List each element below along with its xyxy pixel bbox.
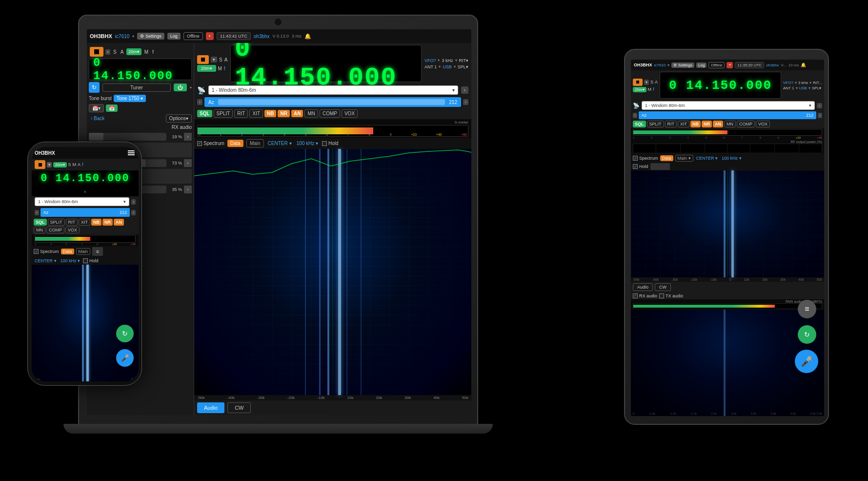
band-selector[interactable]: 20m▾	[126, 48, 141, 55]
phone-az-expand[interactable]: ›	[131, 210, 136, 215]
cw-tab[interactable]: CW	[227, 402, 251, 413]
phone-center-btn[interactable]: CENTER ▾	[34, 257, 58, 264]
tablet-bw-btn[interactable]: 100 kHz ▾	[721, 155, 743, 162]
tablet-nr-btn[interactable]: NR	[702, 121, 712, 127]
rit-button[interactable]: RIT	[234, 109, 248, 118]
tablet-settings-btn[interactable]: ⚙ Settings	[671, 63, 694, 68]
tablet-rit-btn[interactable]: RIT	[665, 121, 677, 127]
slider-arrow-3[interactable]: ›	[184, 186, 192, 193]
phone-ant-btn[interactable]: ›	[131, 199, 136, 205]
phone-rit-btn[interactable]: RIT	[66, 219, 78, 226]
tone-selector[interactable]: Tone 1750 ▾	[114, 95, 146, 102]
tablet-radio-link[interactable]: ic7610	[654, 63, 666, 67]
tablet-offline-btn[interactable]: Offline	[708, 62, 725, 68]
comp-button[interactable]: COMP	[320, 109, 340, 118]
log-button[interactable]: Log	[167, 33, 181, 40]
phone-vox-btn[interactable]: VOX	[65, 227, 80, 233]
split-button[interactable]: SPLIT	[214, 109, 233, 118]
tablet-hold-cb[interactable]: Hold	[633, 164, 648, 169]
tablet-comp-btn[interactable]: COMP	[737, 121, 755, 127]
tablet-tx-btn[interactable]	[633, 79, 643, 86]
offline-button[interactable]: Offline	[183, 32, 203, 40]
vox-button[interactable]: VOX	[342, 109, 358, 118]
phone-fab-mic[interactable]: 🎤	[116, 349, 134, 367]
spl-label[interactable]: SPL▾	[458, 64, 468, 69]
phone-spectrum-cb[interactable]: Spectrum	[34, 249, 59, 254]
band-main-selector[interactable]: 20m▾	[197, 65, 216, 72]
power-button[interactable]: +	[206, 32, 214, 40]
rit-label[interactable]: RIT▾	[459, 58, 469, 63]
nb-button[interactable]: NB	[264, 110, 276, 117]
tablet-user[interactable]: oh3bhx	[766, 63, 779, 67]
tablet-data-btn[interactable]: Data	[660, 155, 673, 161]
phone-antenna-select[interactable]: 1 - Windom 80m-6m ▾	[35, 197, 129, 206]
phone-mode-drop[interactable]: ▾	[47, 162, 52, 167]
phone-drop-arrow[interactable]: ▾	[84, 189, 86, 194]
tablet-rx-cb[interactable]: RX audio	[633, 293, 657, 298]
center-button[interactable]: CENTER ▾	[267, 140, 293, 147]
data-button[interactable]: Data	[227, 140, 243, 147]
hold-checkbox[interactable]: Hold	[322, 141, 339, 146]
tablet-split-btn[interactable]: SPLIT	[647, 121, 664, 127]
calendar-active-btn[interactable]: 📅	[106, 105, 118, 112]
tablet-center-btn[interactable]: CENTER ▾	[695, 155, 719, 162]
tablet-power-btn[interactable]: +	[727, 62, 733, 68]
tablet-band-sel[interactable]: 20m▾	[633, 87, 646, 92]
phone-data-btn[interactable]: Data	[61, 249, 74, 254]
tablet-az-expand[interactable]: ›	[818, 113, 822, 118]
bw-dropdown-arrow[interactable]: ▾	[455, 58, 457, 63]
laptop-radio-link[interactable]: ic7610	[115, 34, 129, 39]
main-button[interactable]: Main	[246, 139, 264, 147]
xit-button[interactable]: XIT	[249, 109, 263, 118]
slider-bar-1[interactable]	[89, 133, 166, 141]
phone-comp-btn[interactable]: COMP	[46, 227, 64, 233]
spectrum-checkbox[interactable]: Spectrum	[197, 141, 224, 146]
antenna-select[interactable]: 1 - Windom 80m-6m ▾	[208, 85, 458, 95]
hamburger-menu[interactable]	[127, 149, 136, 156]
tablet-az-btn[interactable]: ›	[633, 113, 637, 118]
bell-icon[interactable]: 🔔	[304, 33, 311, 40]
tablet-mn-btn[interactable]: MN	[724, 121, 736, 127]
phone-mn-btn[interactable]: MN	[34, 227, 45, 233]
mn-button[interactable]: MN	[304, 109, 318, 118]
vfo-dropdown-arrow[interactable]: ▾	[438, 58, 440, 63]
tablet-vox-btn[interactable]: VOX	[756, 121, 770, 127]
tablet-xit-btn[interactable]: XIT	[678, 121, 689, 127]
audio-tab[interactable]: Audio	[197, 402, 224, 413]
user-link[interactable]: oh3bhx	[254, 34, 270, 39]
phone-tx-btn[interactable]	[35, 160, 45, 169]
phone-nr-btn[interactable]: NR	[102, 219, 113, 226]
tablet-an-btn[interactable]: AN	[713, 121, 723, 127]
tablet-main-btn[interactable]: Main ▾	[675, 155, 693, 162]
tx-button[interactable]	[90, 47, 103, 57]
tablet-nb-btn[interactable]: NB	[690, 121, 701, 127]
phone-az-btn[interactable]: ›	[35, 210, 39, 215]
tablet-spl[interactable]: SPL▾	[812, 86, 821, 90]
phone-split-btn[interactable]: SPLIT	[48, 219, 65, 226]
phone-list-btn[interactable]: ≡	[92, 247, 103, 256]
bw-button[interactable]: 100 kHz ▾	[296, 140, 319, 147]
tablet-antenna-sel[interactable]: 1 - Windom 80m-6m ▾	[642, 101, 815, 110]
tablet-audio-tab[interactable]: Audio	[633, 283, 653, 291]
tablet-cw-tab[interactable]: CW	[655, 283, 671, 291]
phone-sql-btn[interactable]: SQL	[34, 219, 47, 226]
mode-dropdown-arrow[interactable]: ▾	[454, 64, 456, 69]
mode-dropdown[interactable]: ▾	[105, 49, 110, 55]
sql-button[interactable]: SQL	[197, 110, 212, 117]
antenna-collapse-btn[interactable]: ›	[461, 86, 468, 94]
tablet-ant-expand[interactable]: ›	[817, 103, 822, 108]
slider-arrow-2[interactable]: ›	[184, 159, 192, 167]
tablet-spectrum-cb[interactable]: Spectrum	[633, 156, 658, 161]
phone-band-sel[interactable]: 20m▾	[53, 162, 67, 167]
power-dropdown-icon[interactable]: ▾	[190, 85, 192, 90]
tablet-fab-list[interactable]: ≡	[798, 300, 816, 318]
an-button[interactable]: AN	[291, 110, 303, 117]
az-expand-btn[interactable]: ›	[463, 99, 468, 105]
tablet-fab-power[interactable]: ↻	[798, 325, 816, 344]
tablet-log-btn[interactable]: Log	[696, 63, 707, 68]
phone-main-btn[interactable]: Main	[76, 248, 91, 255]
vfo-dropdown[interactable]: ▾	[211, 57, 217, 63]
refresh-button[interactable]: ↻	[89, 82, 100, 93]
phone-hold-cb[interactable]: Hold	[83, 258, 99, 263]
phone-nb-btn[interactable]: NB	[91, 219, 101, 226]
